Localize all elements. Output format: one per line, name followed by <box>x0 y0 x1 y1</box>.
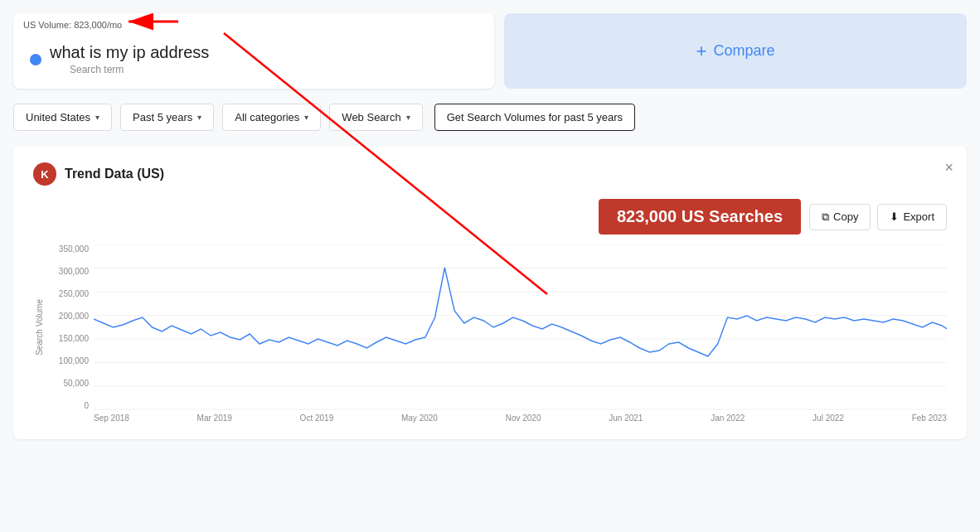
trend-title: Trend Data (US) <box>65 167 164 181</box>
copy-icon: ⧉ <box>822 210 829 224</box>
close-button[interactable]: × <box>944 159 953 177</box>
y-label-250k: 250,000 <box>48 289 94 298</box>
categories-chevron-icon: ▾ <box>304 113 308 122</box>
x-label-oct2019: Oct 2019 <box>300 414 334 423</box>
export-icon: ⬇ <box>890 210 899 223</box>
x-label-feb2023: Feb 2023 <box>912 414 947 423</box>
x-label-jan2022: Jan 2022 <box>711 414 745 423</box>
x-label-sep2018: Sep 2018 <box>94 414 129 423</box>
action-buttons: ⧉ Copy ⬇ Export <box>809 204 947 230</box>
filters-row: United States ▾ Past 5 years ▾ All categ… <box>0 89 980 146</box>
y-axis-label: Search Volume <box>35 299 44 355</box>
y-label-150k: 150,000 <box>48 334 94 343</box>
x-label-mar2019: Mar 2019 <box>197 414 232 423</box>
compare-label: Compare <box>713 42 774 60</box>
y-label-0: 0 <box>48 401 94 410</box>
search-term-dot <box>30 54 41 65</box>
export-button[interactable]: ⬇ Export <box>877 204 947 230</box>
country-chevron-icon: ▾ <box>95 113 99 122</box>
search-type-label: Web Search <box>342 111 400 123</box>
search-term-title: what is my ip address <box>50 43 209 62</box>
chart-area: Search Volume 350,000 300,000 250,000 20… <box>33 244 947 423</box>
x-label-may2020: May 2020 <box>401 414 438 423</box>
trend-chart <box>94 244 947 410</box>
badge-actions-row: 823,000 US Searches ⧉ Copy ⬇ Export <box>33 199 947 235</box>
x-label-nov2020: Nov 2020 <box>506 414 541 423</box>
trend-title-row: K Trend Data (US) <box>33 162 164 186</box>
y-label-50k: 50,000 <box>48 379 94 388</box>
y-label-300k: 300,000 <box>48 267 94 276</box>
compare-plus-icon: + <box>696 41 707 62</box>
k-logo: K <box>33 162 56 186</box>
y-label-350k: 350,000 <box>48 244 94 254</box>
copy-label: Copy <box>833 210 858 223</box>
compare-button[interactable]: + Compare <box>696 41 775 62</box>
search-type-chevron-icon: ▾ <box>406 113 410 122</box>
search-type-filter[interactable]: Web Search ▾ <box>329 104 422 131</box>
compare-card[interactable]: + Compare <box>504 13 967 89</box>
trend-header: K Trend Data (US) <box>33 162 947 186</box>
get-volumes-button[interactable]: Get Search Volumes for past 5 years <box>434 104 635 131</box>
period-chevron-icon: ▾ <box>197 113 201 122</box>
search-term-card: US Volume: 823,000/mo what is my ip addr… <box>13 13 494 89</box>
trend-section: K Trend Data (US) × 823,000 US Searches … <box>13 146 967 439</box>
y-label-200k: 200,000 <box>48 312 94 321</box>
period-label: Past 5 years <box>133 111 192 123</box>
us-volume-badge: US Volume: 823,000/mo <box>23 20 122 30</box>
us-volume-text: US Volume: 823,000/mo <box>23 20 122 30</box>
categories-label: All categories <box>235 111 299 123</box>
search-term-subtitle: Search term <box>70 64 209 75</box>
country-label: United States <box>26 111 90 123</box>
copy-button[interactable]: ⧉ Copy <box>809 204 871 230</box>
volume-badge: 823,000 US Searches <box>599 199 801 235</box>
categories-filter[interactable]: All categories ▾ <box>222 104 321 131</box>
y-label-100k: 100,000 <box>48 356 94 365</box>
period-filter[interactable]: Past 5 years ▾ <box>120 104 214 131</box>
x-label-jul2022: Jul 2022 <box>813 414 844 423</box>
export-label: Export <box>903 210 934 223</box>
country-filter[interactable]: United States ▾ <box>13 104 112 131</box>
x-label-jun2021: Jun 2021 <box>609 414 643 423</box>
